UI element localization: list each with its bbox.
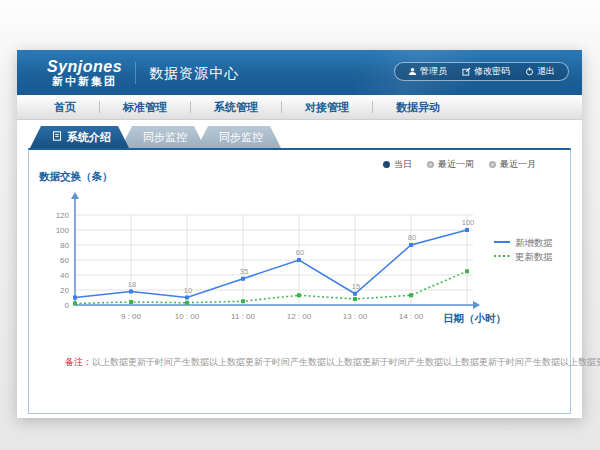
radio-selected-icon [383, 161, 390, 168]
edit-icon [462, 67, 471, 76]
svg-text:日期（小时）: 日期（小时） [443, 312, 506, 325]
svg-text:40: 40 [60, 271, 69, 280]
radio-label: 最近一周 [438, 158, 474, 171]
svg-text:20: 20 [60, 286, 69, 295]
svg-text:60: 60 [296, 248, 304, 257]
svg-text:0: 0 [65, 301, 70, 310]
note-text: 以上数据更新于时间产生数据以上数据更新于时间产生数据以上数据更新于时间产生数据以… [92, 357, 600, 367]
svg-text:11 : 00: 11 : 00 [231, 312, 255, 321]
user-icon [408, 67, 417, 76]
radio-label: 最近一月 [500, 158, 536, 171]
radio-unselected-icon [427, 161, 434, 168]
radio-last-week[interactable]: 最近一周 [427, 158, 474, 171]
footer-note: 备注：以上数据更新于时间产生数据以上数据更新于时间产生数据以上数据更新于时间产生… [65, 356, 600, 369]
svg-text:100: 100 [462, 218, 475, 227]
line-chart: 0204060801001209 : 0010 : 0011 : 0012 : … [29, 164, 571, 336]
nav-item-standard-management[interactable]: 标准管理 [100, 95, 190, 119]
radio-last-month[interactable]: 最近一月 [489, 158, 536, 171]
svg-text:120: 120 [56, 211, 70, 220]
svg-text:9 : 00: 9 : 00 [121, 312, 142, 321]
page-title: 数据资源中心 [135, 62, 239, 84]
current-user-label: 管理员 [420, 65, 447, 78]
svg-text:10 : 00: 10 : 00 [175, 312, 200, 321]
tab-label: 同步监控 [219, 131, 263, 143]
note-prefix: 备注： [65, 357, 92, 367]
content-area: 系统介绍 同步监控 同步监控 当日 最近一周 [17, 120, 582, 414]
svg-text:60: 60 [60, 256, 69, 265]
tab-sync-monitor-2[interactable]: 同步监控 [197, 126, 281, 148]
brand-logo: Synjones 新中新集团 [47, 58, 122, 88]
tab-sync-monitor-1[interactable]: 同步监控 [121, 126, 205, 148]
app-header: Synjones 新中新集团 数据资源中心 管理员 修改密码 退出 [17, 50, 582, 95]
radio-today[interactable]: 当日 [383, 158, 412, 171]
svg-text:14 : 00: 14 : 00 [399, 312, 424, 321]
brand-logo-subtext: 新中新集团 [47, 75, 122, 87]
svg-text:10: 10 [184, 286, 192, 295]
svg-text:80: 80 [60, 241, 69, 250]
current-user-button[interactable]: 管理员 [408, 65, 447, 78]
svg-text:新增数据: 新增数据 [515, 237, 553, 248]
nav-item-data-change[interactable]: 数据异动 [373, 95, 463, 119]
svg-text:15: 15 [352, 282, 360, 291]
change-password-label: 修改密码 [474, 65, 510, 78]
nav-item-integration-management[interactable]: 对接管理 [282, 95, 372, 119]
tab-label: 同步监控 [143, 131, 187, 143]
tab-label: 系统介绍 [67, 126, 111, 148]
nav-item-home[interactable]: 首页 [31, 95, 99, 119]
tab-bar: 系统介绍 同步监控 同步监控 [30, 126, 571, 148]
time-range-filter: 当日 最近一周 最近一月 [383, 158, 536, 171]
chart-panel: 当日 最近一周 最近一月 0204060801001209 : 0010 : 0… [28, 148, 571, 414]
main-nav: 首页 标准管理 系统管理 对接管理 数据异动 [17, 95, 582, 120]
svg-text:12 : 00: 12 : 00 [287, 312, 312, 321]
logout-button[interactable]: 退出 [525, 65, 555, 78]
radio-unselected-icon [489, 161, 496, 168]
radio-label: 当日 [394, 158, 412, 171]
svg-text:80: 80 [408, 233, 416, 242]
svg-text:13 : 00: 13 : 00 [343, 312, 368, 321]
svg-text:更新数据: 更新数据 [515, 251, 553, 262]
user-toolbar: 管理员 修改密码 退出 [394, 62, 569, 81]
svg-text:35: 35 [240, 267, 248, 276]
svg-text:数据交换（条）: 数据交换（条） [38, 170, 113, 183]
logout-label: 退出 [537, 65, 555, 78]
document-icon [52, 126, 62, 148]
tab-system-intro[interactable]: 系统介绍 [30, 126, 129, 148]
nav-item-system-management[interactable]: 系统管理 [191, 95, 281, 119]
svg-text:100: 100 [56, 226, 70, 235]
svg-text:18: 18 [128, 280, 136, 289]
brand-logo-text: Synjones [47, 58, 122, 76]
power-icon [525, 67, 534, 76]
change-password-button[interactable]: 修改密码 [462, 65, 510, 78]
app-window: Synjones 新中新集团 数据资源中心 管理员 修改密码 退出 [17, 50, 582, 418]
